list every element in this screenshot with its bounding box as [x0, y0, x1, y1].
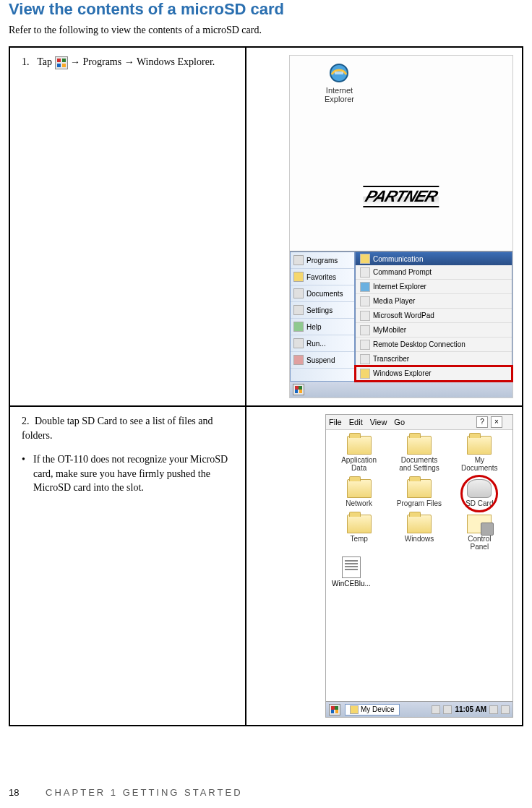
explorer-menubar[interactable]: File Edit View Go ? × [326, 415, 512, 430]
menu-file[interactable]: File [329, 418, 342, 426]
step2-text: 2.Double tap SD Card to see a list of fi… [22, 414, 236, 442]
control-panel-icon [467, 515, 492, 533]
rdp-icon [360, 340, 370, 350]
folder-icon [347, 515, 372, 533]
cmd-icon [360, 267, 370, 278]
page-title: View the contents of a microSD card [9, 0, 523, 19]
wordpad-icon [360, 311, 370, 321]
clock: 11:05 AM [455, 705, 486, 713]
folder-icon [407, 515, 432, 533]
ie-label: Internet Explorer [325, 86, 354, 103]
page-footer: 18 CHAPTER 1 GETTING STARTED [9, 787, 243, 798]
start-menu-icon [55, 56, 68, 69]
start-menu[interactable]: Programs Favorites Documents Settings He… [290, 252, 355, 382]
submenu-item-mymobiler[interactable]: MyMobiler [356, 323, 512, 338]
programs-icon [293, 255, 304, 265]
svg-rect-1 [335, 72, 343, 74]
start-menu-item-suspend[interactable]: Suspend [291, 352, 354, 369]
submenu-item-windows-explorer[interactable]: Windows Explorer [356, 366, 512, 381]
menu-edit[interactable]: Edit [349, 418, 363, 426]
help-button[interactable]: ? [476, 416, 488, 428]
tray-icon [432, 705, 440, 714]
step1-screenshot-cell: Internet Explorer PARTNER Programs Favor… [246, 47, 523, 406]
programs-submenu[interactable]: Communication Command Prompt Internet Ex… [355, 252, 512, 382]
menu-view[interactable]: View [370, 418, 387, 426]
folder-icon [407, 479, 432, 498]
run-icon [293, 338, 304, 348]
intro-text: Refer to the following to view the conte… [9, 25, 523, 36]
folder-icon [360, 254, 370, 264]
submenu-item-transcriber[interactable]: Transcriber [356, 352, 512, 366]
step1-text: 1. Tap → Programs → Windows Explorer. [22, 55, 236, 69]
transcriber-icon [360, 354, 370, 364]
media-player-icon [360, 296, 370, 306]
page-number: 18 [9, 787, 19, 798]
system-tray[interactable]: 11:05 AM [432, 705, 510, 714]
help-icon [293, 322, 304, 332]
menu-go[interactable]: Go [394, 418, 405, 426]
submenu-item-command-prompt[interactable]: Command Prompt [356, 265, 512, 280]
highlight-circle [460, 475, 498, 512]
step2-screenshot-cell: File Edit View Go ? × Application Data D… [246, 406, 523, 726]
start-menu-item-programs[interactable]: Programs [291, 252, 354, 269]
folder-icon [407, 436, 432, 455]
settings-icon [293, 305, 304, 315]
tray-icon [443, 705, 452, 714]
folder-temp[interactable]: Temp [330, 515, 387, 551]
partner-logo: PARTNER [363, 186, 439, 207]
folder-network[interactable]: Network [330, 479, 387, 507]
folder-application-data[interactable]: Application Data [330, 436, 387, 472]
favorites-icon [293, 272, 304, 282]
submenu-title: Communication [356, 252, 512, 265]
tray-icon [489, 705, 498, 714]
ie-desktop-icon[interactable]: Internet Explorer [325, 61, 354, 103]
taskbar[interactable] [290, 382, 512, 397]
folder-program-files[interactable]: Program Files [390, 479, 447, 507]
close-button[interactable]: × [491, 416, 502, 428]
step1-cell: 1. Tap → Programs → Windows Explorer. [9, 47, 246, 406]
submenu-item-media-player[interactable]: Media Player [356, 294, 512, 309]
screenshot-programs-menu: Internet Explorer PARTNER Programs Favor… [289, 55, 513, 398]
start-menu-item-run[interactable]: Run... [291, 335, 354, 352]
ie-icon [360, 282, 370, 292]
step2-note: If the OT-110 does not recognize your Mi… [20, 452, 236, 495]
start-button-icon[interactable] [293, 384, 304, 395]
folder-documents-and-settings[interactable]: Documents and Settings [390, 436, 447, 472]
start-menu-item-documents[interactable]: Documents [291, 285, 354, 302]
explorer-icon-grid: Application Data Documents and Settings … [326, 430, 512, 554]
start-menu-item-favorites[interactable]: Favorites [291, 269, 354, 285]
submenu-item-wordpad[interactable]: Microsoft WordPad [356, 309, 512, 323]
start-menu-item-settings[interactable]: Settings [291, 302, 354, 319]
screenshot-explorer: File Edit View Go ? × Application Data D… [325, 414, 513, 718]
control-panel-item[interactable]: Control Panel [451, 515, 508, 551]
steps-table: 1. Tap → Programs → Windows Explorer. In… [9, 46, 523, 726]
explorer-icon [360, 369, 370, 379]
explorer-taskbar[interactable]: My Device 11:05 AM [326, 701, 512, 717]
folder-icon [467, 436, 492, 455]
step2-cell: 2.Double tap SD Card to see a list of fi… [9, 406, 246, 726]
sd-card-item[interactable]: SD Card [451, 479, 508, 507]
folder-my-documents[interactable]: My Documents [451, 436, 508, 472]
internet-explorer-icon [327, 61, 351, 85]
folder-windows[interactable]: Windows [390, 515, 447, 551]
folder-icon [347, 479, 372, 498]
device-icon [350, 705, 359, 714]
file-winceblu[interactable]: WinCEBlu... [332, 556, 371, 588]
file-icon [342, 556, 361, 578]
chapter-label: CHAPTER 1 GETTING STARTED [46, 787, 242, 798]
taskbar-tab-my-device[interactable]: My Device [345, 704, 400, 715]
folder-icon [347, 436, 372, 455]
submenu-item-rdp[interactable]: Remote Desktop Connection [356, 338, 512, 352]
submenu-item-ie[interactable]: Internet Explorer [356, 280, 512, 294]
documents-icon [293, 288, 304, 298]
start-menu-item-help[interactable]: Help [291, 319, 354, 335]
mymobiler-icon [360, 325, 370, 335]
start-button-icon[interactable] [329, 704, 340, 715]
suspend-icon [293, 355, 304, 365]
tray-icon [501, 705, 510, 714]
